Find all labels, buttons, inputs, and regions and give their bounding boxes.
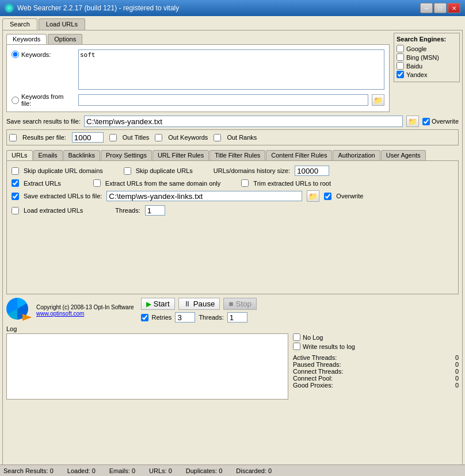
- maximize-button[interactable]: □: [434, 3, 447, 13]
- no-log-row: No Log: [293, 333, 459, 341]
- kw-file-browse-button[interactable]: 📁: [372, 94, 384, 106]
- kw-file-radio-label: Keywords from file:: [12, 93, 75, 107]
- keywords-panel: Keywords: soft Keywords from file: 📁: [6, 44, 390, 112]
- tab-proxy-settings[interactable]: Proxy Settings: [101, 150, 152, 160]
- same-domain-check[interactable]: [93, 179, 101, 187]
- tab-keywords[interactable]: Keywords: [6, 34, 47, 44]
- keywords-textarea[interactable]: soft: [78, 49, 384, 90]
- overwrite-check[interactable]: [422, 118, 430, 125]
- stat-good-proxies: Good Proxies: 0: [293, 382, 459, 389]
- run-controls: ▶ Start ⏸ Pause ■ Stop Retries: [141, 298, 257, 323]
- engine-google-check[interactable]: [397, 45, 404, 52]
- save-search-browse-button[interactable]: 📁: [406, 116, 419, 127]
- status-search-results: Search Results: 0: [3, 467, 54, 474]
- extract-urls-check[interactable]: [12, 179, 19, 187]
- title-bar: Web Searcher 2.2.17 (build 121) - regist…: [0, 0, 465, 16]
- main-panel: Search Engines: Google Bing (MSN) Baidu …: [2, 30, 463, 474]
- window-controls: ─ □ ✕: [420, 3, 460, 13]
- stop-button[interactable]: ■ Stop: [223, 298, 256, 310]
- stat-paused-threads: Paused Threads: 0: [293, 361, 459, 368]
- stat-connect-pool: Connect Pool: 0: [293, 375, 459, 382]
- logo-area: Copyright (c) 2008-13 Opt-In Software ww…: [6, 298, 134, 323]
- urls-row3: Save extracted URLs to file: 📁 Overwrite: [12, 190, 453, 202]
- tab-backlinks[interactable]: Backlinks: [63, 150, 100, 160]
- engine-baidu: Baidu: [397, 62, 457, 70]
- tab-options[interactable]: Options: [48, 34, 82, 44]
- skip-dup-urls-check[interactable]: [124, 167, 131, 175]
- stat-connect-threads-value: 0: [447, 368, 459, 375]
- status-emails: Emails: 0: [109, 467, 135, 474]
- status-bar: Search Results: 0 Loaded: 0 Emails: 0 UR…: [0, 465, 465, 476]
- threads-input[interactable]: [227, 312, 247, 323]
- search-engines-panel: Search Engines: Google Bing (MSN) Baidu …: [394, 33, 460, 82]
- load-urls-check[interactable]: [12, 207, 19, 214]
- log-textarea[interactable]: [6, 333, 288, 400]
- close-button[interactable]: ✕: [448, 3, 460, 13]
- urls-row4: Load extracted URLs Threads:: [12, 205, 453, 216]
- logo-arrow: [22, 314, 32, 321]
- retries-input[interactable]: [175, 312, 195, 323]
- engine-yandex-check[interactable]: [397, 71, 404, 78]
- bottom-tab-bar: URLs Emails Backlinks Proxy Settings URL…: [6, 150, 459, 160]
- status-loaded: Loaded: 0: [67, 467, 96, 474]
- footer-area: Copyright (c) 2008-13 Opt-In Software ww…: [6, 298, 459, 323]
- write-results-row: Write results to log: [293, 343, 459, 350]
- out-ranks-check[interactable]: [214, 134, 221, 141]
- tab-search[interactable]: Search: [2, 18, 37, 30]
- status-discarded: Discarded: 0: [236, 467, 272, 474]
- keywords-row: Keywords: soft: [12, 49, 384, 90]
- tab-urls[interactable]: URLs: [6, 150, 33, 160]
- stat-good-proxies-value: 0: [447, 382, 459, 389]
- kw-file-input[interactable]: [78, 94, 368, 106]
- out-keywords-check[interactable]: [155, 134, 162, 141]
- tab-emails[interactable]: Emails: [33, 150, 63, 160]
- skip-dup-domains-check[interactable]: [12, 167, 19, 175]
- log-label: Log: [6, 325, 459, 332]
- results-per-file-check[interactable]: [9, 134, 17, 141]
- tab-title-filter-rules[interactable]: Title Filter Rules: [209, 150, 265, 160]
- results-row: Results per file: Out Titles Out Keyword…: [6, 129, 459, 145]
- app-icon: [5, 3, 14, 13]
- stop-icon: ■: [228, 300, 233, 308]
- inner-tab-bar: Keywords Options: [6, 34, 390, 44]
- stat-active-threads: Active Threads: 0: [293, 354, 459, 361]
- logo-copyright: Copyright (c) 2008-13 Opt-In Software: [36, 304, 134, 310]
- urls-row2: Extract URLs Extract URLs from the same …: [12, 179, 453, 187]
- log-stats: No Log Write results to log Active Threa…: [293, 333, 459, 470]
- logo-website[interactable]: www.optinsoft.com: [36, 310, 134, 317]
- start-button[interactable]: ▶ Start: [141, 298, 175, 310]
- logo-container: [6, 298, 32, 323]
- tab-load-urls[interactable]: Load URLs: [39, 18, 85, 30]
- tab-authorization[interactable]: Authorization: [333, 150, 380, 160]
- pause-button[interactable]: ⏸ Pause: [178, 298, 220, 310]
- history-size-input[interactable]: [295, 166, 329, 176]
- engine-bing-check[interactable]: [397, 53, 404, 61]
- run-buttons-row: ▶ Start ⏸ Pause ■ Stop: [141, 298, 257, 310]
- keywords-radio[interactable]: [12, 51, 19, 58]
- save-urls-overwrite-check[interactable]: [324, 193, 331, 200]
- stat-connect-pool-value: 0: [447, 375, 459, 382]
- kw-file-radio[interactable]: [12, 97, 19, 104]
- write-results-check[interactable]: [293, 343, 300, 350]
- tab-user-agents[interactable]: User Agents: [381, 150, 426, 160]
- log-section: Log No Log Write results to log Active T…: [6, 325, 459, 470]
- urls-threads-input[interactable]: [145, 205, 165, 216]
- bottom-tabs-area: URLs Emails Backlinks Proxy Settings URL…: [6, 150, 459, 294]
- tab-content-filter-rules[interactable]: Content Filter Rules: [266, 150, 332, 160]
- save-urls-check[interactable]: [12, 193, 19, 200]
- inner-area: Keywords Options Keywords: soft Keywords: [6, 34, 390, 112]
- no-log-check[interactable]: [293, 333, 300, 341]
- minimize-button[interactable]: ─: [420, 3, 433, 13]
- save-urls-input[interactable]: [106, 191, 302, 201]
- retries-check[interactable]: [141, 314, 148, 321]
- trim-urls-check[interactable]: [241, 179, 249, 187]
- tab-url-filter-rules[interactable]: URL Filter Rules: [153, 150, 209, 160]
- stats-table: Active Threads: 0 Paused Threads: 0 Conn…: [293, 354, 459, 389]
- engine-baidu-check[interactable]: [397, 62, 404, 70]
- save-urls-browse-button[interactable]: 📁: [307, 190, 319, 202]
- keywords-radio-label: Keywords:: [12, 49, 75, 58]
- results-per-file-input[interactable]: [72, 132, 104, 143]
- logo-text: Copyright (c) 2008-13 Opt-In Software ww…: [36, 304, 134, 317]
- out-titles-check[interactable]: [109, 134, 117, 141]
- save-search-input[interactable]: [84, 116, 403, 127]
